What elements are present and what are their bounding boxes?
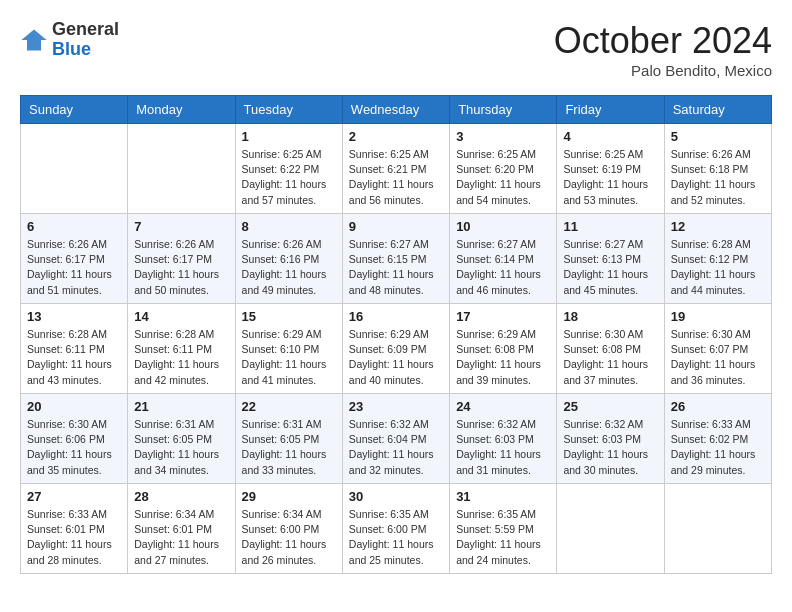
day-info: Sunrise: 6:25 AM Sunset: 6:22 PM Dayligh… bbox=[242, 147, 336, 208]
calendar-cell: 14Sunrise: 6:28 AM Sunset: 6:11 PM Dayli… bbox=[128, 304, 235, 394]
calendar-cell: 17Sunrise: 6:29 AM Sunset: 6:08 PM Dayli… bbox=[450, 304, 557, 394]
page-header: General Blue October 2024 Palo Bendito, … bbox=[20, 20, 772, 79]
calendar-cell: 10Sunrise: 6:27 AM Sunset: 6:14 PM Dayli… bbox=[450, 214, 557, 304]
logo-text: General Blue bbox=[52, 20, 119, 60]
logo-icon bbox=[20, 26, 48, 54]
calendar-cell: 21Sunrise: 6:31 AM Sunset: 6:05 PM Dayli… bbox=[128, 394, 235, 484]
day-number: 27 bbox=[27, 489, 121, 504]
calendar-header: SundayMondayTuesdayWednesdayThursdayFrid… bbox=[21, 96, 772, 124]
calendar-cell: 11Sunrise: 6:27 AM Sunset: 6:13 PM Dayli… bbox=[557, 214, 664, 304]
calendar-week-row: 13Sunrise: 6:28 AM Sunset: 6:11 PM Dayli… bbox=[21, 304, 772, 394]
day-number: 2 bbox=[349, 129, 443, 144]
day-info: Sunrise: 6:26 AM Sunset: 6:17 PM Dayligh… bbox=[134, 237, 228, 298]
day-number: 23 bbox=[349, 399, 443, 414]
calendar-cell: 18Sunrise: 6:30 AM Sunset: 6:08 PM Dayli… bbox=[557, 304, 664, 394]
logo: General Blue bbox=[20, 20, 119, 60]
calendar-cell: 4Sunrise: 6:25 AM Sunset: 6:19 PM Daylig… bbox=[557, 124, 664, 214]
calendar-cell: 23Sunrise: 6:32 AM Sunset: 6:04 PM Dayli… bbox=[342, 394, 449, 484]
weekday-header: Sunday bbox=[21, 96, 128, 124]
calendar-cell: 2Sunrise: 6:25 AM Sunset: 6:21 PM Daylig… bbox=[342, 124, 449, 214]
calendar-cell: 12Sunrise: 6:28 AM Sunset: 6:12 PM Dayli… bbox=[664, 214, 771, 304]
calendar-cell: 5Sunrise: 6:26 AM Sunset: 6:18 PM Daylig… bbox=[664, 124, 771, 214]
weekday-row: SundayMondayTuesdayWednesdayThursdayFrid… bbox=[21, 96, 772, 124]
day-info: Sunrise: 6:33 AM Sunset: 6:01 PM Dayligh… bbox=[27, 507, 121, 568]
calendar-cell: 31Sunrise: 6:35 AM Sunset: 5:59 PM Dayli… bbox=[450, 484, 557, 574]
day-info: Sunrise: 6:26 AM Sunset: 6:18 PM Dayligh… bbox=[671, 147, 765, 208]
calendar-cell: 9Sunrise: 6:27 AM Sunset: 6:15 PM Daylig… bbox=[342, 214, 449, 304]
day-info: Sunrise: 6:29 AM Sunset: 6:08 PM Dayligh… bbox=[456, 327, 550, 388]
day-number: 10 bbox=[456, 219, 550, 234]
day-info: Sunrise: 6:29 AM Sunset: 6:10 PM Dayligh… bbox=[242, 327, 336, 388]
day-info: Sunrise: 6:34 AM Sunset: 6:01 PM Dayligh… bbox=[134, 507, 228, 568]
day-info: Sunrise: 6:26 AM Sunset: 6:16 PM Dayligh… bbox=[242, 237, 336, 298]
day-number: 4 bbox=[563, 129, 657, 144]
day-info: Sunrise: 6:33 AM Sunset: 6:02 PM Dayligh… bbox=[671, 417, 765, 478]
calendar-cell: 8Sunrise: 6:26 AM Sunset: 6:16 PM Daylig… bbox=[235, 214, 342, 304]
weekday-header: Friday bbox=[557, 96, 664, 124]
day-info: Sunrise: 6:25 AM Sunset: 6:20 PM Dayligh… bbox=[456, 147, 550, 208]
day-info: Sunrise: 6:32 AM Sunset: 6:03 PM Dayligh… bbox=[456, 417, 550, 478]
day-info: Sunrise: 6:26 AM Sunset: 6:17 PM Dayligh… bbox=[27, 237, 121, 298]
calendar-cell: 16Sunrise: 6:29 AM Sunset: 6:09 PM Dayli… bbox=[342, 304, 449, 394]
day-info: Sunrise: 6:35 AM Sunset: 5:59 PM Dayligh… bbox=[456, 507, 550, 568]
day-number: 8 bbox=[242, 219, 336, 234]
calendar-cell: 29Sunrise: 6:34 AM Sunset: 6:00 PM Dayli… bbox=[235, 484, 342, 574]
day-number: 25 bbox=[563, 399, 657, 414]
calendar-cell: 25Sunrise: 6:32 AM Sunset: 6:03 PM Dayli… bbox=[557, 394, 664, 484]
day-number: 17 bbox=[456, 309, 550, 324]
day-info: Sunrise: 6:30 AM Sunset: 6:08 PM Dayligh… bbox=[563, 327, 657, 388]
day-number: 3 bbox=[456, 129, 550, 144]
day-info: Sunrise: 6:28 AM Sunset: 6:11 PM Dayligh… bbox=[134, 327, 228, 388]
day-number: 18 bbox=[563, 309, 657, 324]
calendar-cell: 6Sunrise: 6:26 AM Sunset: 6:17 PM Daylig… bbox=[21, 214, 128, 304]
calendar-cell: 24Sunrise: 6:32 AM Sunset: 6:03 PM Dayli… bbox=[450, 394, 557, 484]
calendar-cell: 7Sunrise: 6:26 AM Sunset: 6:17 PM Daylig… bbox=[128, 214, 235, 304]
day-number: 14 bbox=[134, 309, 228, 324]
day-number: 15 bbox=[242, 309, 336, 324]
day-info: Sunrise: 6:27 AM Sunset: 6:14 PM Dayligh… bbox=[456, 237, 550, 298]
day-info: Sunrise: 6:29 AM Sunset: 6:09 PM Dayligh… bbox=[349, 327, 443, 388]
calendar-cell: 28Sunrise: 6:34 AM Sunset: 6:01 PM Dayli… bbox=[128, 484, 235, 574]
day-info: Sunrise: 6:30 AM Sunset: 6:07 PM Dayligh… bbox=[671, 327, 765, 388]
day-info: Sunrise: 6:31 AM Sunset: 6:05 PM Dayligh… bbox=[242, 417, 336, 478]
location: Palo Bendito, Mexico bbox=[554, 62, 772, 79]
calendar-cell bbox=[21, 124, 128, 214]
day-info: Sunrise: 6:27 AM Sunset: 6:15 PM Dayligh… bbox=[349, 237, 443, 298]
svg-marker-0 bbox=[21, 29, 46, 50]
day-number: 30 bbox=[349, 489, 443, 504]
day-number: 31 bbox=[456, 489, 550, 504]
day-number: 9 bbox=[349, 219, 443, 234]
calendar-week-row: 6Sunrise: 6:26 AM Sunset: 6:17 PM Daylig… bbox=[21, 214, 772, 304]
day-number: 5 bbox=[671, 129, 765, 144]
calendar-cell bbox=[664, 484, 771, 574]
day-number: 28 bbox=[134, 489, 228, 504]
calendar-cell: 13Sunrise: 6:28 AM Sunset: 6:11 PM Dayli… bbox=[21, 304, 128, 394]
calendar-table: SundayMondayTuesdayWednesdayThursdayFrid… bbox=[20, 95, 772, 574]
day-info: Sunrise: 6:35 AM Sunset: 6:00 PM Dayligh… bbox=[349, 507, 443, 568]
day-number: 19 bbox=[671, 309, 765, 324]
logo-general: General bbox=[52, 19, 119, 39]
day-number: 22 bbox=[242, 399, 336, 414]
calendar-week-row: 27Sunrise: 6:33 AM Sunset: 6:01 PM Dayli… bbox=[21, 484, 772, 574]
weekday-header: Saturday bbox=[664, 96, 771, 124]
calendar-cell: 26Sunrise: 6:33 AM Sunset: 6:02 PM Dayli… bbox=[664, 394, 771, 484]
day-info: Sunrise: 6:28 AM Sunset: 6:11 PM Dayligh… bbox=[27, 327, 121, 388]
calendar-cell: 3Sunrise: 6:25 AM Sunset: 6:20 PM Daylig… bbox=[450, 124, 557, 214]
calendar-cell: 20Sunrise: 6:30 AM Sunset: 6:06 PM Dayli… bbox=[21, 394, 128, 484]
calendar-cell bbox=[128, 124, 235, 214]
day-info: Sunrise: 6:31 AM Sunset: 6:05 PM Dayligh… bbox=[134, 417, 228, 478]
day-info: Sunrise: 6:32 AM Sunset: 6:04 PM Dayligh… bbox=[349, 417, 443, 478]
calendar-week-row: 1Sunrise: 6:25 AM Sunset: 6:22 PM Daylig… bbox=[21, 124, 772, 214]
calendar-cell: 15Sunrise: 6:29 AM Sunset: 6:10 PM Dayli… bbox=[235, 304, 342, 394]
day-number: 11 bbox=[563, 219, 657, 234]
weekday-header: Tuesday bbox=[235, 96, 342, 124]
day-number: 26 bbox=[671, 399, 765, 414]
title-block: October 2024 Palo Bendito, Mexico bbox=[554, 20, 772, 79]
day-number: 21 bbox=[134, 399, 228, 414]
day-info: Sunrise: 6:30 AM Sunset: 6:06 PM Dayligh… bbox=[27, 417, 121, 478]
day-info: Sunrise: 6:34 AM Sunset: 6:00 PM Dayligh… bbox=[242, 507, 336, 568]
day-number: 24 bbox=[456, 399, 550, 414]
weekday-header: Thursday bbox=[450, 96, 557, 124]
month-title: October 2024 bbox=[554, 20, 772, 62]
day-number: 7 bbox=[134, 219, 228, 234]
